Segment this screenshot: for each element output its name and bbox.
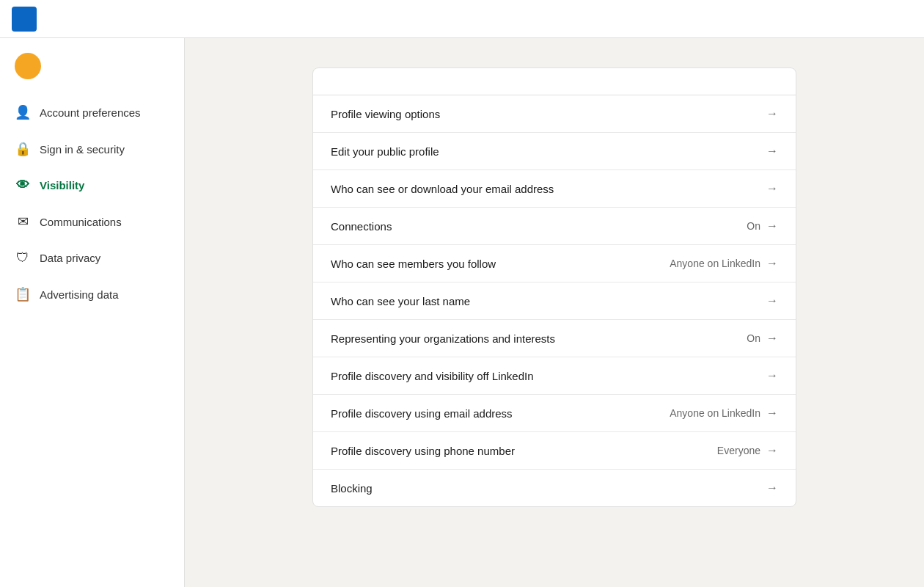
main-content: Profile viewing options→Edit your public… [185,38,924,587]
sidebar: 👤Account preferences🔒Sign in & security👁… [0,38,185,587]
setting-value-members-you-follow: Anyone on LinkedIn [670,258,760,269]
setting-row-blocking[interactable]: Blocking→ [313,470,796,506]
data-privacy-icon: 🛡 [15,250,31,266]
avatar [15,53,41,79]
setting-row-representing-orgs[interactable]: Representing your organizations and inte… [313,320,796,357]
visibility-icon: 👁 [15,178,31,193]
setting-row-profile-viewing-options[interactable]: Profile viewing options→ [313,95,796,133]
sidebar-item-label-data-privacy: Data privacy [40,252,100,264]
arrow-icon-profile-discovery-off-linkedin: → [766,369,778,382]
sidebar-item-sign-in-security[interactable]: 🔒Sign in & security [0,131,184,167]
arrow-icon-connections: → [766,219,778,233]
topbar [0,0,924,38]
setting-label-profile-discovery-off-linkedin: Profile discovery and visibility off Lin… [331,370,534,382]
setting-row-profile-discovery-email[interactable]: Profile discovery using email addressAny… [313,395,796,432]
card-title [313,68,796,95]
setting-right-email-address: → [766,182,778,195]
sidebar-item-visibility[interactable]: 👁Visibility [0,167,184,203]
arrow-icon-email-address: → [766,182,778,195]
sidebar-item-account-preferences[interactable]: 👤Account preferences [0,94,184,131]
setting-right-connections: On→ [747,219,778,233]
sidebar-item-advertising-data[interactable]: 📋Advertising data [0,276,184,313]
setting-row-profile-discovery-off-linkedin[interactable]: Profile discovery and visibility off Lin… [313,357,796,395]
setting-row-email-address[interactable]: Who can see or download your email addre… [313,170,796,208]
setting-right-edit-public-profile: → [766,145,778,158]
sidebar-item-data-privacy[interactable]: 🛡Data privacy [0,240,184,276]
setting-right-blocking: → [766,481,778,495]
arrow-icon-edit-public-profile: → [766,145,778,158]
sign-in-security-icon: 🔒 [15,141,31,157]
communications-icon: ✉ [15,214,31,230]
setting-row-last-name[interactable]: Who can see your last name→ [313,282,796,320]
setting-right-last-name: → [766,294,778,307]
sidebar-item-label-communications: Communications [40,216,122,228]
settings-list: Profile viewing options→Edit your public… [313,95,796,506]
arrow-icon-last-name: → [766,294,778,307]
setting-right-profile-discovery-off-linkedin: → [766,369,778,382]
setting-value-profile-discovery-email: Anyone on LinkedIn [670,407,760,419]
advertising-data-icon: 📋 [15,286,31,302]
layout: 👤Account preferences🔒Sign in & security👁… [0,38,924,587]
sidebar-item-label-visibility: Visibility [40,179,84,192]
setting-label-representing-orgs: Representing your organizations and inte… [331,332,555,345]
setting-right-profile-discovery-email: Anyone on LinkedIn→ [670,406,778,420]
setting-label-edit-public-profile: Edit your public profile [331,145,439,158]
setting-row-members-you-follow[interactable]: Who can see members you followAnyone on … [313,245,796,282]
sidebar-item-communications[interactable]: ✉Communications [0,203,184,240]
arrow-icon-profile-discovery-phone: → [766,444,778,457]
setting-value-representing-orgs: On [747,332,760,344]
setting-right-members-you-follow: Anyone on LinkedIn→ [670,257,778,270]
setting-value-connections: On [747,220,760,232]
setting-label-profile-discovery-email: Profile discovery using email address [331,407,513,420]
visibility-card: Profile viewing options→Edit your public… [312,68,796,507]
setting-label-connections: Connections [331,220,392,233]
account-preferences-icon: 👤 [15,104,31,120]
setting-right-representing-orgs: On→ [747,332,778,345]
sidebar-nav: 👤Account preferences🔒Sign in & security👁… [0,94,184,313]
setting-row-connections[interactable]: ConnectionsOn→ [313,208,796,245]
sidebar-item-label-account-preferences: Account preferences [40,106,141,119]
setting-label-email-address: Who can see or download your email addre… [331,183,554,195]
arrow-icon-members-you-follow: → [766,257,778,270]
setting-right-profile-discovery-phone: Everyone→ [717,444,778,457]
setting-right-profile-viewing-options: → [766,107,778,120]
sidebar-item-label-sign-in-security: Sign in & security [40,143,125,156]
setting-label-members-you-follow: Who can see members you follow [331,258,496,270]
setting-label-profile-viewing-options: Profile viewing options [331,108,440,120]
setting-label-profile-discovery-phone: Profile discovery using phone number [331,445,515,457]
setting-row-edit-public-profile[interactable]: Edit your public profile→ [313,133,796,170]
setting-label-last-name: Who can see your last name [331,295,470,307]
arrow-icon-blocking: → [766,481,778,495]
setting-value-profile-discovery-phone: Everyone [717,445,760,456]
settings-header [0,53,184,94]
linkedin-logo[interactable] [12,7,37,32]
arrow-icon-representing-orgs: → [766,332,778,345]
arrow-icon-profile-discovery-email: → [766,406,778,420]
sidebar-item-label-advertising-data: Advertising data [40,288,119,301]
arrow-icon-profile-viewing-options: → [766,107,778,120]
setting-row-profile-discovery-phone[interactable]: Profile discovery using phone numberEver… [313,432,796,470]
setting-label-blocking: Blocking [331,482,373,495]
